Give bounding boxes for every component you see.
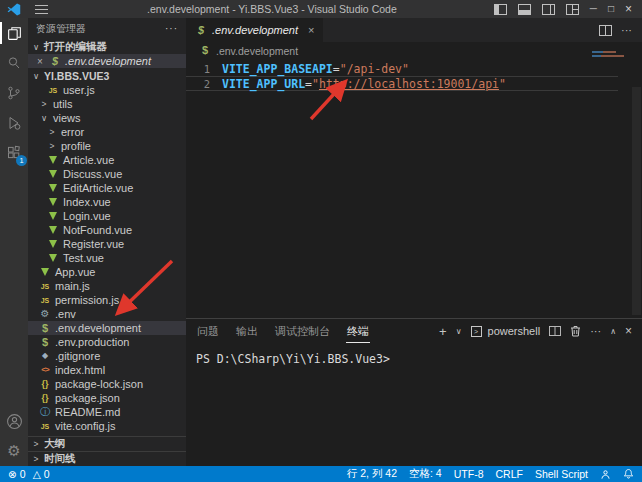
- code-line-1[interactable]: 1VITE_APP_BASEAPI="/api-dev": [186, 61, 642, 76]
- minimize-icon[interactable]: ─: [590, 4, 597, 14]
- status-item[interactable]: 空格: 4: [409, 467, 442, 481]
- vue-file-icon: [49, 212, 57, 220]
- section-project[interactable]: ∨ YI.BBS.VUE3: [28, 68, 186, 83]
- git-file-icon: ◆: [39, 352, 51, 360]
- tree-item-Index.vue[interactable]: Index.vue: [28, 195, 186, 209]
- explorer-icon: [6, 25, 23, 42]
- close-tab-icon[interactable]: ×: [308, 24, 314, 36]
- tree-item-Register.vue[interactable]: Register.vue: [28, 237, 186, 251]
- section-timeline[interactable]: > 时间线: [28, 451, 186, 466]
- tree-item-package-lock.json[interactable]: {}package-lock.json: [28, 377, 186, 391]
- tree-item-Test.vue[interactable]: Test.vue: [28, 251, 186, 265]
- search-icon: [6, 55, 22, 71]
- status-item[interactable]: UTF-8: [454, 468, 484, 480]
- code-line-2[interactable]: 2VITE_APP_URL="http://localhost:19001/ap…: [186, 76, 618, 91]
- code-editor[interactable]: 1VITE_APP_BASEAPI="/api-dev"2VITE_APP_UR…: [186, 59, 642, 318]
- tree-item-vite.config.js[interactable]: JSvite.config.js: [28, 419, 186, 433]
- run-debug-icon: [6, 115, 22, 131]
- feedback-icon[interactable]: [600, 469, 611, 480]
- kill-terminal-icon[interactable]: [570, 325, 581, 337]
- toggle-secondary-sidebar-icon[interactable]: [542, 4, 555, 15]
- section-outline[interactable]: > 大纲: [28, 436, 186, 451]
- panel-tab-输出[interactable]: 输出: [235, 319, 259, 343]
- chevron-right-icon: >: [31, 454, 41, 464]
- editor-scrollbar[interactable]: [632, 87, 641, 315]
- editor-more-actions-icon[interactable]: ···: [621, 24, 632, 36]
- terminal-shell-label[interactable]: powershell: [488, 325, 541, 337]
- tree-item-.env[interactable]: ⚙.env: [28, 307, 186, 321]
- minimap[interactable]: [592, 51, 626, 58]
- tab-bar: $ .env.development × ···: [186, 18, 642, 42]
- status-item[interactable]: CRLF: [495, 468, 522, 480]
- json-file-icon: {}: [39, 394, 51, 403]
- tree-item-utils[interactable]: >utils: [28, 97, 186, 111]
- terminal-profile-chevron-icon[interactable]: ∨: [456, 327, 462, 336]
- tree-item-Login.vue[interactable]: Login.vue: [28, 209, 186, 223]
- status-item[interactable]: Shell Script: [535, 468, 588, 480]
- close-panel-icon[interactable]: ×: [625, 324, 632, 338]
- panel-tab-终端[interactable]: 终端: [346, 319, 370, 343]
- token: VITE_APP_URL: [222, 77, 305, 91]
- tree-item-profile[interactable]: >profile: [28, 139, 186, 153]
- new-terminal-icon[interactable]: +: [439, 325, 447, 338]
- account-icon: [6, 413, 23, 430]
- terminal-output[interactable]: PS D:\CSharp\Yi\Yi.BBS.Vue3>: [186, 343, 642, 466]
- sidebar-item-extensions[interactable]: 1: [0, 138, 28, 168]
- tree-item-label: NotFound.vue: [63, 224, 132, 236]
- tree-item-user.js[interactable]: JSuser.js: [28, 83, 186, 97]
- tree-item-permission.js[interactable]: JSpermission.js: [28, 293, 186, 307]
- toggle-panel-icon[interactable]: [518, 4, 531, 15]
- tab-env-development[interactable]: $ .env.development ×: [186, 18, 323, 42]
- explorer-more-actions-icon[interactable]: ···: [165, 23, 178, 34]
- tree-item-views[interactable]: ∨views: [28, 111, 186, 125]
- tree-item-label: package-lock.json: [55, 378, 143, 390]
- status-item[interactable]: 行 2, 列 42: [347, 467, 397, 481]
- line-number: 2: [186, 78, 210, 90]
- section-open-editors[interactable]: ∨ 打开的编辑器: [28, 39, 186, 54]
- panel-tab-调试控制台[interactable]: 调试控制台: [274, 319, 331, 343]
- split-editor-icon[interactable]: [599, 25, 612, 36]
- menu-icon[interactable]: [35, 5, 48, 14]
- tree-item-Discuss.vue[interactable]: Discuss.vue: [28, 167, 186, 181]
- maximize-panel-icon[interactable]: ∧: [610, 327, 616, 336]
- sidebar-item-run-debug[interactable]: [0, 108, 28, 138]
- tree-item-Article.vue[interactable]: Article.vue: [28, 153, 186, 167]
- split-terminal-icon[interactable]: [549, 326, 561, 336]
- open-editor-item-.env.development[interactable]: ×$.env.development: [28, 54, 186, 68]
- line-text: VITE_APP_URL="http://localhost:19001/api…: [210, 77, 506, 91]
- token[interactable]: http://localhost:19001/api: [319, 77, 499, 91]
- notifications-bell-icon[interactable]: [623, 468, 634, 480]
- close-window-icon[interactable]: ×: [625, 3, 632, 15]
- breadcrumb[interactable]: $ .env.development: [186, 42, 642, 59]
- tree-item-App.vue[interactable]: App.vue: [28, 265, 186, 279]
- panel-more-actions-icon[interactable]: ···: [590, 325, 601, 337]
- tree-item-README.md[interactable]: ⓘREADME.md: [28, 405, 186, 419]
- customize-layout-icon[interactable]: [566, 4, 579, 15]
- tree-item-package.json[interactable]: {}package.json: [28, 391, 186, 405]
- tree-item-.gitignore[interactable]: ◆.gitignore: [28, 349, 186, 363]
- accounts-button[interactable]: [0, 406, 28, 436]
- tree-item-EditArticle.vue[interactable]: EditArticle.vue: [28, 181, 186, 195]
- explorer-sidebar: 资源管理器 ··· ∨ 打开的编辑器 ×$.env.development ∨ …: [28, 18, 186, 466]
- chevron-right-icon: >: [47, 141, 57, 151]
- toggle-sidebar-icon[interactable]: [494, 4, 507, 15]
- settings-button[interactable]: ⚙: [0, 436, 28, 466]
- tree-item-index.html[interactable]: <>index.html: [28, 363, 186, 377]
- sidebar-item-explorer[interactable]: [0, 18, 28, 48]
- maximize-icon[interactable]: □: [608, 4, 614, 14]
- tree-item-.env.development[interactable]: $.env.development: [28, 321, 186, 335]
- token: ": [499, 77, 506, 91]
- vue-file-icon: [49, 156, 57, 164]
- vscode-logo-icon: [7, 3, 21, 16]
- sidebar-item-source-control[interactable]: [0, 78, 28, 108]
- open-editor-label: .env.development: [65, 55, 151, 67]
- problems-status[interactable]: ⊗0 △0: [8, 468, 50, 480]
- tree-item-main.js[interactable]: JSmain.js: [28, 279, 186, 293]
- panel-tab-问题[interactable]: 问题: [196, 319, 220, 343]
- tree-item-error[interactable]: >error: [28, 125, 186, 139]
- tree-item-.env.production[interactable]: $.env.production: [28, 335, 186, 349]
- tree-item-label: .env.production: [55, 336, 129, 348]
- vue-file-icon: [49, 226, 57, 234]
- tree-item-NotFound.vue[interactable]: NotFound.vue: [28, 223, 186, 237]
- sidebar-item-search[interactable]: [0, 48, 28, 78]
